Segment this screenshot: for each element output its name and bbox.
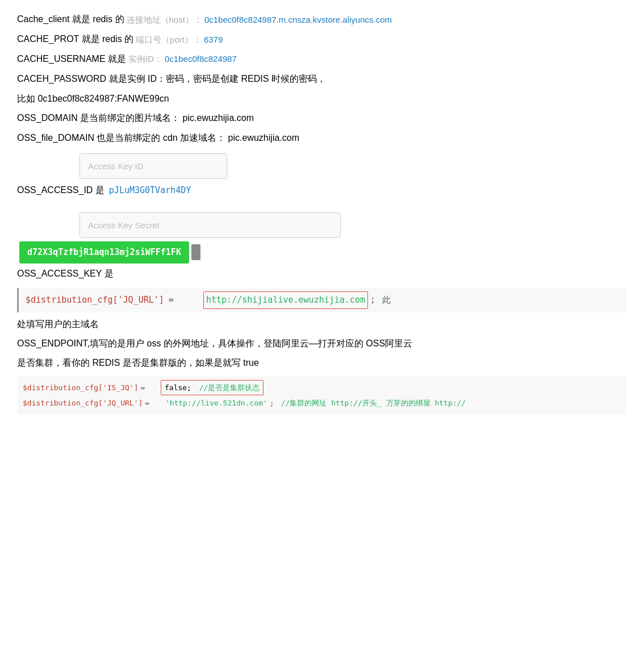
cluster-text: 是否集群，看你的 REDIS 是否是集群版的，如果是就写 true	[17, 354, 627, 371]
bottom-is-jq-false: false; //是否是集群状态	[161, 380, 264, 395]
bottom-jq-url-comment: //集群的网址 http://开头_ 万芽的的绑屋 http://	[281, 396, 466, 409]
cache-username-line: CACHE_USERNAME 就是 实例ID： 0c1bec0f8c824987	[17, 51, 627, 68]
jq-url-var: $distribution_cfg['JQ_URL']	[26, 292, 164, 308]
oss-endpoint-text: OSS_ENDPOINT,填写的是用户 oss 的外网地址，具体操作，登陆阿里云…	[17, 335, 627, 352]
cache-prot-line: CACHE_PROT 就是 redis 的 端口号（port）： 6379	[17, 31, 627, 48]
partial-hidden-char	[191, 244, 200, 260]
cache-password-line2: 比如 0c1bec0f8c824987:FANWE99cn	[17, 90, 627, 107]
bottom-jq-url-semi: ;	[270, 396, 274, 409]
bottom-is-jq-eq: =	[141, 381, 145, 394]
bottom-code-line1: $distribution_cfg['IS_JQ'] = false; //是否…	[23, 380, 621, 395]
bottom-jq-url-spacer	[154, 396, 163, 409]
access-key-id-area: Access Key ID	[17, 149, 627, 181]
oss-access-key-value: d72X3qTzfbjR1aqn13mj2siWFFf1FK	[19, 241, 189, 264]
bottom-code-line2: $distribution_cfg['JQ_URL'] = 'http://li…	[23, 396, 621, 409]
bottom-jq-url-eq: =	[145, 396, 149, 409]
oss-access-key-label: OSS_ACCESS_KEY 是	[17, 266, 114, 282]
oss-access-id-label: OSS_ACCESS_ID 是	[17, 182, 104, 199]
cache-password-line1: CACEH_PASSWORD 就是实例 ID：密码，密码是创建 REDIS 时候…	[17, 70, 627, 87]
bottom-is-jq-comment: //是否是集群状态	[199, 383, 260, 392]
cache-client-line: Cache_client 就是 redis 的 连接地址（host）： 0c1b…	[17, 11, 627, 28]
oss-access-id-value: pJLuM3G0TVarh4DY	[109, 183, 191, 198]
cache-username-label: 实例ID：	[128, 51, 162, 66]
cache-prot-label: 端口号（port）：	[136, 32, 202, 47]
jq-url-spacer	[181, 292, 201, 308]
fill-domain-text: 处填写用户的主域名	[17, 316, 627, 333]
access-key-secret-input-wrapper: Access Key Secret	[45, 208, 627, 240]
bottom-is-jq-spacer	[149, 381, 158, 394]
cache-client-prefix: Cache_client 就是 redis 的	[17, 11, 124, 28]
jq-url-comment-char: 此	[382, 292, 391, 308]
jq-url-code-line: $distribution_cfg['JQ_URL'] = http://shi…	[17, 288, 627, 312]
jq-url-suffix: ;	[370, 292, 375, 308]
cache-username-prefix: CACHE_USERNAME 就是	[17, 51, 126, 68]
oss-access-key-label-line: OSS_ACCESS_KEY 是	[17, 266, 627, 282]
oss-access-key-line: d72X3qTzfbjR1aqn13mj2siWFFf1FK	[17, 241, 627, 264]
cache-prot-value: 6379	[204, 32, 223, 47]
cache-client-label: 连接地址（host）：	[127, 12, 202, 27]
bottom-code-block: $distribution_cfg['IS_JQ'] = false; //是否…	[17, 377, 627, 415]
access-key-id-input[interactable]: Access Key ID	[80, 153, 227, 179]
access-key-id-input-wrapper: Access Key ID	[45, 149, 627, 181]
cache-client-value: 0c1bec0f8c824987.m.cnsza.kvstore.aliyunc…	[204, 12, 392, 27]
bottom-is-jq-var: $distribution_cfg['IS_JQ']	[23, 381, 139, 394]
cache-username-value: 0c1bec0f8c824987	[165, 51, 237, 66]
oss-domain-line: OSS_DOMAIN 是当前绑定的图片域名： pic.ewuzhijia.com	[17, 110, 627, 127]
cache-prot-prefix: CACHE_PROT 就是 redis 的	[17, 31, 133, 48]
oss-file-domain-line: OSS_file_DOMAIN 也是当前绑定的 cdn 加速域名： pic.ew…	[17, 129, 627, 147]
jq-url-eq: =	[169, 292, 174, 308]
bottom-jq-url-value: 'http://live.521dn.com'	[165, 396, 267, 409]
access-key-secret-input[interactable]: Access Key Secret	[80, 212, 341, 238]
oss-access-id-line: OSS_ACCESS_ID 是 pJLuM3G0TVarh4DY	[17, 182, 627, 199]
jq-url-value: http://shijialive.ewuzhijia.com	[203, 291, 368, 309]
access-key-secret-area: Access Key Secret	[17, 208, 627, 240]
bottom-jq-url-var: $distribution_cfg['JQ_URL']	[23, 396, 143, 409]
